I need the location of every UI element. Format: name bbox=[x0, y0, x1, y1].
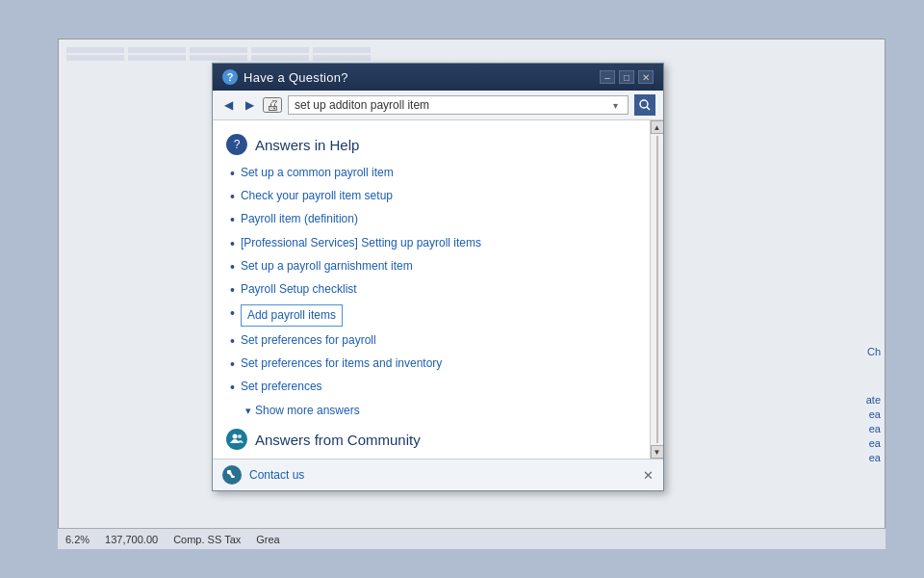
side-fragment: Ch bbox=[864, 345, 884, 358]
search-button[interactable] bbox=[634, 94, 655, 116]
bg-cell bbox=[128, 55, 186, 61]
bullet-icon: • bbox=[230, 379, 235, 396]
list-item: • Set preferences for payroll bbox=[230, 332, 636, 350]
answer-link-6[interactable]: Payroll Setup checklist bbox=[241, 281, 357, 298]
show-more-icon: ▾ bbox=[245, 405, 251, 417]
dialog-title: Have a Question? bbox=[244, 70, 348, 85]
status-bar: 6.2% 137,700.00 Comp. SS Tax Grea bbox=[58, 528, 886, 549]
list-item: • Payroll item (definition) bbox=[230, 211, 636, 228]
status-item-2: 137,700.00 bbox=[105, 534, 158, 545]
community-people-icon bbox=[230, 434, 244, 445]
contact-us-label[interactable]: Contact us bbox=[249, 468, 304, 482]
help-dialog: ? Have a Question? – □ ✕ ◀ ▶ 🖨 ▾ bbox=[212, 63, 664, 491]
contact-close-button[interactable]: ✕ bbox=[643, 468, 654, 483]
show-more-link[interactable]: Show more answers bbox=[255, 404, 360, 417]
scroll-up-arrow[interactable]: ▲ bbox=[651, 120, 664, 134]
scrollbar[interactable]: ▲ ▼ bbox=[650, 120, 663, 459]
answer-link-4[interactable]: [Professional Services] Setting up payro… bbox=[241, 235, 481, 251]
contact-bar: Contact us ✕ bbox=[213, 459, 663, 490]
answer-link-9[interactable]: Set preferences for items and inventory bbox=[241, 355, 442, 372]
bg-cell bbox=[251, 55, 309, 61]
list-item: • Set preferences bbox=[230, 379, 636, 396]
list-item: • [Professional Services] Setting up pay… bbox=[230, 235, 636, 252]
side-fragment: ea bbox=[866, 422, 884, 435]
list-item: • Set up a common payroll item bbox=[230, 165, 636, 182]
minimize-button[interactable]: – bbox=[600, 70, 615, 84]
phone-icon bbox=[226, 469, 238, 481]
bg-cell bbox=[190, 47, 247, 53]
side-fragment: ea bbox=[866, 436, 884, 450]
bullet-icon: • bbox=[230, 258, 235, 276]
bullet-icon: • bbox=[230, 235, 235, 252]
bullet-icon: • bbox=[230, 332, 235, 350]
scroll-thumb[interactable] bbox=[656, 136, 658, 443]
side-fragment: ea bbox=[866, 407, 884, 421]
scroll-down-arrow[interactable]: ▼ bbox=[651, 445, 664, 459]
svg-point-3 bbox=[238, 434, 242, 438]
content-area: ? Answers in Help • Set up a common payr… bbox=[213, 120, 663, 459]
bg-cell bbox=[313, 55, 371, 61]
list-item: • Set up a payroll garnishment item bbox=[230, 258, 636, 276]
status-item-1: 6.2% bbox=[65, 534, 90, 545]
list-item: • Set preferences for items and inventor… bbox=[230, 355, 636, 373]
desktop-background: Ch ate ea ea ea ea 6.2% 137,700.00 Comp.… bbox=[0, 0, 924, 578]
answers-in-help-heading: ? Answers in Help bbox=[226, 134, 636, 155]
search-icon bbox=[639, 99, 651, 111]
list-item: • Check your payroll item setup bbox=[230, 188, 636, 205]
content-scroll[interactable]: ? Answers in Help • Set up a common payr… bbox=[213, 120, 650, 459]
close-button[interactable]: ✕ bbox=[638, 70, 654, 84]
bullet-icon: • bbox=[230, 304, 235, 322]
side-fragment: ea bbox=[866, 451, 884, 464]
answer-link-1[interactable]: Set up a common payroll item bbox=[241, 165, 394, 181]
title-controls: – □ ✕ bbox=[600, 70, 654, 84]
title-bar: ? Have a Question? – □ ✕ bbox=[213, 64, 663, 91]
answer-link-10[interactable]: Set preferences bbox=[241, 379, 322, 395]
bg-cell bbox=[66, 55, 124, 61]
bg-cell bbox=[66, 47, 124, 53]
show-more-container: ▾ Show more answers bbox=[226, 404, 636, 417]
bg-cell bbox=[128, 47, 186, 53]
svg-point-2 bbox=[233, 434, 238, 439]
print-button[interactable]: 🖨 bbox=[263, 97, 282, 113]
list-item: • Add payroll items bbox=[230, 304, 636, 327]
community-icon bbox=[226, 429, 247, 450]
community-title: Answers from Community bbox=[255, 432, 421, 448]
answers-in-help-list: • Set up a common payroll item • Check y… bbox=[226, 165, 636, 396]
forward-button[interactable]: ▶ bbox=[242, 97, 257, 113]
answers-in-help-icon: ? bbox=[226, 134, 247, 155]
bullet-icon: • bbox=[230, 165, 235, 182]
search-input[interactable] bbox=[295, 98, 613, 112]
back-button[interactable]: ◀ bbox=[220, 97, 236, 113]
bg-cell bbox=[313, 47, 371, 53]
answer-link-2[interactable]: Check your payroll item setup bbox=[241, 188, 393, 204]
toolbar: ◀ ▶ 🖨 ▾ bbox=[213, 91, 663, 120]
bullet-icon: • bbox=[230, 188, 235, 205]
bg-cell bbox=[251, 47, 309, 53]
answer-link-5[interactable]: Set up a payroll garnishment item bbox=[241, 258, 413, 275]
contact-icon bbox=[222, 465, 242, 485]
search-dropdown-icon[interactable]: ▾ bbox=[613, 100, 618, 111]
community-heading: Answers from Community bbox=[226, 429, 636, 450]
help-title-icon: ? bbox=[222, 69, 238, 85]
svg-point-0 bbox=[640, 100, 648, 108]
answers-in-help-title: Answers in Help bbox=[255, 137, 359, 153]
status-item-4: Grea bbox=[256, 534, 279, 545]
bullet-icon: • bbox=[230, 355, 235, 373]
list-item: • Payroll Setup checklist bbox=[230, 281, 636, 299]
restore-button[interactable]: □ bbox=[619, 70, 634, 84]
answer-link-8[interactable]: Set preferences for payroll bbox=[241, 332, 376, 349]
answer-link-highlighted[interactable]: Add payroll items bbox=[241, 304, 343, 327]
title-bar-left: ? Have a Question? bbox=[222, 69, 348, 85]
bullet-icon: • bbox=[230, 211, 235, 228]
answer-link-3[interactable]: Payroll item (definition) bbox=[241, 211, 358, 227]
svg-line-1 bbox=[647, 107, 650, 110]
bullet-icon: • bbox=[230, 281, 235, 299]
search-box: ▾ bbox=[288, 95, 629, 115]
bg-cell bbox=[190, 55, 247, 61]
side-fragment: ate bbox=[863, 393, 884, 407]
status-item-3: Comp. SS Tax bbox=[173, 534, 241, 545]
